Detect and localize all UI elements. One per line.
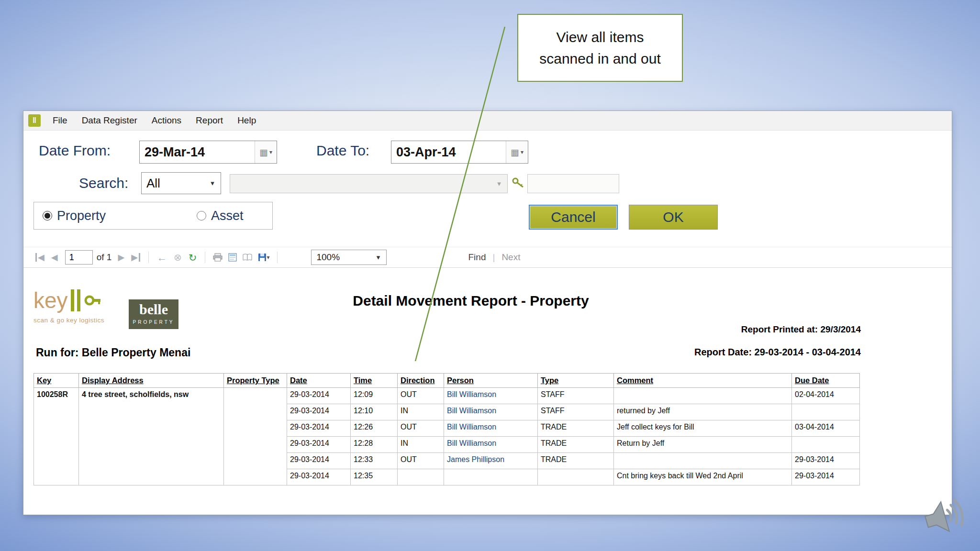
asset-radio-item[interactable]: Asset bbox=[197, 209, 244, 223]
table-cell: 29-03-2014 bbox=[287, 453, 351, 469]
menu-data-register[interactable]: Data Register bbox=[75, 115, 145, 126]
table-cell: Jeff collect keys for Bill bbox=[614, 420, 792, 437]
slide-background: View all items scanned in and out ‖ File… bbox=[0, 0, 980, 551]
date-from-value: 29-Mar-14 bbox=[140, 141, 255, 163]
search-type-value: All bbox=[142, 173, 204, 194]
table-cell: IN bbox=[398, 404, 444, 420]
zoom-select[interactable]: 100% ▾ bbox=[311, 250, 387, 265]
date-from-picker-button[interactable]: ▦ ▾ bbox=[255, 141, 277, 163]
chevron-down-icon: ▾ bbox=[267, 254, 269, 261]
menu-actions[interactable]: Actions bbox=[145, 115, 189, 126]
table-cell bbox=[444, 469, 538, 485]
report-date-range: Report Date: 29-03-2014 - 03-04-2014 bbox=[694, 347, 861, 358]
search-secondary-value bbox=[230, 175, 491, 193]
table-cell bbox=[224, 388, 287, 485]
table-cell: 29-03-2014 bbox=[287, 404, 351, 420]
table-cell: 4 tree street, scholfields, nsw bbox=[79, 388, 224, 485]
calendar-icon: ▦ bbox=[259, 147, 268, 158]
table-cell: 02-04-2014 bbox=[792, 388, 860, 404]
table-cell: STAFF bbox=[538, 388, 614, 404]
scope-groupbox: Property Asset bbox=[33, 202, 273, 230]
table-cell: OUT bbox=[398, 453, 444, 469]
find-next-group: Find | Next bbox=[468, 252, 520, 263]
date-from-label: Date From: bbox=[39, 143, 111, 159]
table-cell: Bill Williamson bbox=[444, 404, 538, 420]
table-cell: 100258R bbox=[34, 388, 79, 485]
report-table: KeyDisplay AddressProperty TypeDateTimeD… bbox=[33, 373, 860, 485]
first-page-button[interactable]: ◀ bbox=[35, 253, 45, 262]
table-cell: Return by Jeff bbox=[614, 437, 792, 453]
column-header: Direction bbox=[398, 374, 444, 388]
app-icon: ‖ bbox=[28, 114, 41, 127]
find-button[interactable]: Find bbox=[468, 252, 486, 263]
search-label: Search: bbox=[79, 175, 128, 191]
asset-radio[interactable] bbox=[197, 211, 206, 220]
property-radio-label: Property bbox=[57, 209, 106, 223]
menu-file[interactable]: File bbox=[45, 115, 75, 126]
table-cell: TRADE bbox=[538, 437, 614, 453]
property-radio-item[interactable]: Property bbox=[43, 209, 106, 223]
table-cell: 12:26 bbox=[351, 420, 398, 437]
date-to-input[interactable]: 03-Apr-14 ▦ ▾ bbox=[391, 141, 528, 164]
date-to-value: 03-Apr-14 bbox=[391, 141, 506, 163]
table-cell: returned by Jeff bbox=[614, 404, 792, 420]
date-from-input[interactable]: 29-Mar-14 ▦ ▾ bbox=[139, 141, 277, 164]
report-printed-at: Report Printed at: 29/3/2014 bbox=[741, 324, 861, 335]
back-button[interactable]: ← bbox=[157, 253, 167, 263]
print-button[interactable] bbox=[213, 253, 223, 262]
stop-button[interactable]: ⊗ bbox=[174, 253, 182, 262]
page-setup-button[interactable] bbox=[243, 253, 252, 261]
table-cell: 12:28 bbox=[351, 437, 398, 453]
export-button[interactable]: ▾ bbox=[258, 253, 269, 262]
column-header: Comment bbox=[614, 374, 792, 388]
report-run-for: Run for: Belle Property Menai bbox=[36, 346, 190, 359]
last-page-button[interactable]: ▶ bbox=[131, 253, 140, 262]
date-to-label: Date To: bbox=[316, 143, 369, 159]
table-cell: Bill Williamson bbox=[444, 437, 538, 453]
menu-help[interactable]: Help bbox=[230, 115, 263, 126]
table-cell: 29-03-2014 bbox=[287, 437, 351, 453]
date-to-picker-button[interactable]: ▦ ▾ bbox=[506, 141, 528, 163]
table-row: 100258R4 tree street, scholfields, nsw29… bbox=[34, 388, 860, 404]
table-cell: Cnt bring keys back till Wed 2nd April bbox=[614, 469, 792, 485]
table-cell bbox=[398, 469, 444, 485]
table-cell: IN bbox=[398, 437, 444, 453]
column-header: Time bbox=[351, 374, 398, 388]
table-cell: OUT bbox=[398, 388, 444, 404]
previous-page-button[interactable]: ◀ bbox=[51, 253, 58, 262]
table-cell bbox=[614, 388, 792, 404]
table-cell: 12:09 bbox=[351, 388, 398, 404]
column-header: Date bbox=[287, 374, 351, 388]
find-next-separator: | bbox=[492, 252, 495, 263]
page-number-input[interactable] bbox=[65, 250, 93, 264]
search-keyword-input[interactable] bbox=[527, 174, 619, 193]
column-header: Type bbox=[538, 374, 614, 388]
table-cell bbox=[792, 437, 860, 453]
property-radio[interactable] bbox=[43, 211, 52, 220]
column-header: Person bbox=[444, 374, 538, 388]
search-secondary-select[interactable]: ▾ bbox=[230, 174, 508, 193]
column-header: Due Date bbox=[792, 374, 860, 388]
table-cell: James Phillipson bbox=[444, 453, 538, 469]
calendar-icon: ▦ bbox=[511, 147, 519, 158]
report-toolbar: ◀ ◀ of 1 ▶ ▶ ← ⊗ ↻ bbox=[23, 247, 952, 268]
table-cell: OUT bbox=[398, 420, 444, 437]
key-search-icon[interactable] bbox=[512, 177, 525, 190]
table-cell bbox=[538, 469, 614, 485]
table-cell: 12:33 bbox=[351, 453, 398, 469]
table-cell: 29-03-2014 bbox=[792, 469, 860, 485]
ok-button[interactable]: OK bbox=[629, 205, 718, 230]
cancel-button[interactable]: Cancel bbox=[529, 205, 618, 230]
page-count-label: of 1 bbox=[97, 252, 112, 263]
menu-report[interactable]: Report bbox=[189, 115, 230, 126]
find-next-button[interactable]: Next bbox=[501, 252, 520, 263]
callout: View all items scanned in and out bbox=[517, 14, 683, 82]
next-page-button[interactable]: ▶ bbox=[118, 253, 124, 262]
print-layout-button[interactable] bbox=[228, 253, 237, 262]
table-cell bbox=[614, 453, 792, 469]
search-type-select[interactable]: All ▾ bbox=[141, 172, 221, 194]
refresh-button[interactable]: ↻ bbox=[189, 253, 197, 263]
toolbar-separator bbox=[205, 252, 205, 263]
chevron-down-icon: ▾ bbox=[491, 175, 507, 193]
toolbar-separator bbox=[148, 252, 149, 263]
